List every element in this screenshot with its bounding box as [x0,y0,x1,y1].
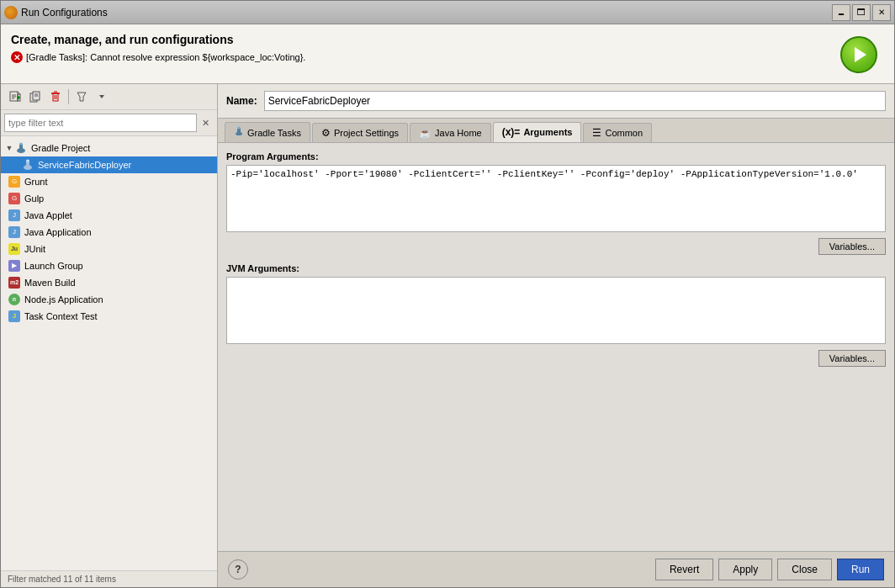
tab-arguments[interactable]: (x)= Arguments [493,122,582,142]
title-bar: Run Configurations 🗕 🗖 ✕ [1,1,894,24]
svg-point-21 [19,143,23,146]
error-message: ✕ [Gradle Tasks]: Cannot resolve express… [11,51,305,63]
close-button[interactable]: ✕ [872,4,891,21]
window-title: Run Configurations [21,7,108,19]
sidebar: ✕ ▼ Gradle Project ServiceFabricDeploye [1,84,218,587]
sidebar-footer: Filter matched 11 of 11 items [1,570,217,587]
filter-button[interactable] [72,87,91,106]
tree-item-maven-build[interactable]: m2 Maven Build [1,274,217,291]
nodejs-label: Node.js Application [24,294,103,305]
run-button[interactable]: Run [837,559,884,580]
junit-icon: Ju [8,242,21,256]
common-tab-label: Common [605,128,643,138]
title-bar-left: Run Configurations [4,6,108,19]
run-triangle-icon [855,47,866,62]
name-row: Name: [218,84,894,119]
filter-area: ✕ [1,110,217,136]
svg-marker-18 [99,95,104,98]
svg-point-27 [237,127,241,130]
bottom-left: ? [228,559,248,580]
grunt-icon: G [8,175,21,188]
tab-project-settings[interactable]: ⚙ Project Settings [312,123,408,142]
java-application-label: Java Application [24,227,92,237]
duplicate-config-button[interactable] [26,87,45,106]
title-bar-controls: 🗕 🗖 ✕ [832,4,891,21]
task-context-icon: J [8,310,21,323]
java-applet-icon: J [8,209,21,222]
java-applet-label: Java Applet [24,210,72,220]
tree-item-junit[interactable]: Ju JUnit [1,241,217,257]
maximize-button[interactable]: 🗖 [852,4,871,21]
arguments-tab-label: Arguments [523,127,572,137]
tree-area: ▼ Gradle Project ServiceFabricDeployer [1,136,217,570]
run-configurations-window: Run Configurations 🗕 🗖 ✕ Create, manage,… [0,0,895,588]
junit-label: JUnit [24,244,45,254]
new-dropdown-button[interactable] [93,87,111,106]
gradle-tasks-tab-label: Gradle Tasks [247,128,301,138]
filter-input[interactable] [4,114,197,132]
program-args-variables-button[interactable]: Variables... [818,238,886,255]
task-context-label: Task Context Test [24,311,98,321]
tree-item-java-applet[interactable]: J Java Applet [1,207,217,224]
servicefabricdeployer-icon [21,158,34,172]
jvm-args-variables-button[interactable]: Variables... [818,350,886,367]
name-input[interactable] [264,91,886,111]
gulp-icon: G [8,192,21,205]
main-content: ✕ ▼ Gradle Project ServiceFabricDeploye [1,84,894,587]
bottom-right: Revert Apply Close Run [655,559,884,580]
gradle-project-icon [14,141,28,155]
tree-root-gradle-project[interactable]: ▼ Gradle Project [1,140,217,156]
tree-toggle-icon: ▼ [4,143,14,153]
apply-button[interactable]: Apply [718,559,772,580]
tree-item-nodejs[interactable]: n Node.js Application [1,291,217,308]
gradle-tasks-icon [234,126,244,139]
project-settings-tab-label: Project Settings [334,128,399,138]
tab-gradle-tasks[interactable]: Gradle Tasks [225,122,310,142]
toolbar-separator [68,89,69,104]
delete-config-button[interactable] [46,87,65,106]
new-config-button[interactable] [6,87,24,106]
launch-group-label: Launch Group [24,261,83,271]
header-area: Create, manage, and run configurations ✕… [1,24,894,84]
svg-marker-17 [77,93,86,101]
java-home-tab-label: Java Home [435,128,482,138]
revert-button[interactable]: Revert [655,559,713,580]
filter-count: Filter matched 11 of 11 items [8,575,116,584]
tree-item-java-application[interactable]: J Java Application [1,224,217,241]
tree-item-task-context-test[interactable]: J Task Context Test [1,308,217,325]
java-application-icon: J [8,225,21,239]
name-label: Name: [226,95,257,107]
close-button[interactable]: Close [777,559,832,580]
filter-clear-button[interactable]: ✕ [197,114,214,131]
gradle-project-label: Gradle Project [31,143,90,153]
tree-item-grunt[interactable]: G Grunt [1,173,217,190]
sidebar-toolbar [1,84,217,110]
run-button-header[interactable] [840,36,877,73]
arguments-icon: (x)= [502,126,521,138]
java-home-icon: ☕ [419,127,432,139]
program-args-textarea[interactable]: -Pip='localhost' -Pport='19080' -Pclient… [226,165,886,232]
tab-java-home[interactable]: ☕ Java Home [410,123,491,142]
bottom-bar: ? Revert Apply Close Run [218,551,894,587]
program-args-variables-row: Variables... [226,238,886,255]
jvm-args-textarea[interactable] [226,277,886,344]
project-settings-icon: ⚙ [321,127,331,139]
program-args-label: Program Arguments: [226,151,886,162]
tab-common[interactable]: ☰ Common [583,123,652,142]
servicefabricdeployer-label: ServiceFabricDeployer [38,160,131,170]
minimize-button[interactable]: 🗕 [832,4,850,21]
error-icon: ✕ [11,51,23,63]
window-icon [4,6,18,19]
grunt-label: Grunt [24,177,48,187]
nodejs-icon: n [8,293,21,306]
right-panel: Name: Gradle Tasks ⚙ Project Settings ☕ [218,84,894,587]
jvm-args-variables-row: Variables... [226,350,886,367]
tree-item-launch-group[interactable]: ▶ Launch Group [1,257,217,274]
tree-item-servicefabricdeployer[interactable]: ServiceFabricDeployer [1,156,217,173]
gulp-label: Gulp [24,193,44,204]
tree-item-gulp[interactable]: G Gulp [1,190,217,207]
error-text: [Gradle Tasks]: Cannot resolve expressio… [26,52,305,62]
tabs-bar: Gradle Tasks ⚙ Project Settings ☕ Java H… [218,119,894,143]
header-title: Create, manage, and run configurations [11,33,305,46]
help-button[interactable]: ? [228,559,248,580]
